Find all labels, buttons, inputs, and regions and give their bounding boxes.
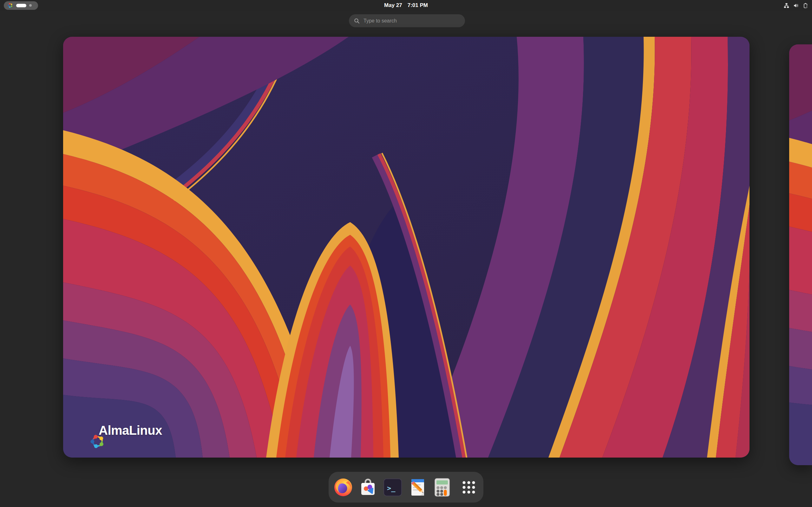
almalinux-logo-icon xyxy=(7,2,13,9)
dock-terminal-button[interactable]: >_ xyxy=(383,477,403,498)
wallpaper xyxy=(63,37,750,458)
firefox-icon xyxy=(333,477,353,498)
top-bar: May 27 7:01 PM xyxy=(0,0,812,11)
software-store-icon xyxy=(358,477,378,498)
battery-charging-icon[interactable] xyxy=(803,3,808,8)
network-wired-icon[interactable] xyxy=(784,3,789,8)
show-apps-icon xyxy=(459,477,479,498)
date-label: May 27 xyxy=(384,2,402,9)
svg-text:>_: >_ xyxy=(387,484,396,492)
clock-menu[interactable]: May 27 7:01 PM xyxy=(384,0,428,11)
workspace-inactive-dot[interactable] xyxy=(29,4,32,7)
search-icon xyxy=(354,18,360,24)
workspace-indicator[interactable] xyxy=(4,1,38,10)
wallpaper-next xyxy=(789,44,812,465)
gnome-activities-overview: May 27 7:01 PM xyxy=(0,0,812,507)
search-input[interactable] xyxy=(363,18,460,24)
dock-show-apps-button[interactable] xyxy=(459,477,479,498)
text-editor-icon xyxy=(407,477,427,498)
time-label: 7:01 PM xyxy=(408,2,428,9)
search-bar[interactable] xyxy=(349,14,465,27)
terminal-icon: >_ xyxy=(383,477,403,498)
workspace-active-pill[interactable] xyxy=(16,4,26,7)
dash-dock: >_ xyxy=(328,472,484,503)
dock-software-button[interactable] xyxy=(358,477,378,498)
wallpaper-brand-text: AlmaLinux xyxy=(99,424,162,438)
dock-calculator-button[interactable] xyxy=(432,477,452,498)
dock-text-editor-button[interactable] xyxy=(407,477,427,498)
workspace-preview-next[interactable] xyxy=(789,44,812,465)
workspace-preview-current[interactable]: AlmaLinux xyxy=(63,37,750,458)
quick-settings[interactable] xyxy=(784,3,808,8)
volume-icon[interactable] xyxy=(793,3,799,8)
dock-firefox-button[interactable] xyxy=(333,477,353,498)
calculator-icon xyxy=(432,477,452,498)
